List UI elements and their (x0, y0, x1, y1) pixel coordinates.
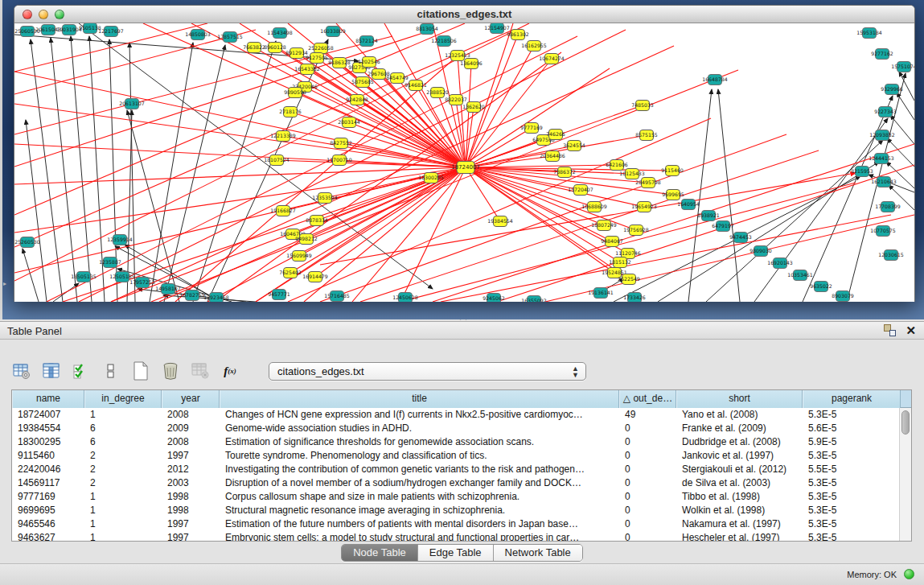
function-builder-icon[interactable]: f(x) (220, 360, 240, 381)
close-window-button[interactable] (23, 10, 32, 19)
graph-edge[interactable] (193, 41, 276, 302)
graph-node-label: 2388520 (426, 89, 449, 95)
table-row[interactable]: 969969511998Structural magnetic resonanc… (12, 504, 911, 517)
close-panel-icon[interactable]: ✕ (906, 324, 916, 336)
network-canvas[interactable]: 1872400776638228960128891293425226058912… (14, 23, 914, 302)
table-row[interactable]: 1938455462009Genome-wide association stu… (12, 422, 911, 435)
tab-network-table[interactable]: Network Table (494, 545, 582, 561)
panel-collapse-arrow-icon[interactable]: ▸ (3, 280, 6, 287)
table-row[interactable]: 977716911998Corpus callosum shape and si… (12, 490, 911, 504)
table-selector-dropdown[interactable]: citations_edges.txt ▲▼ (269, 362, 586, 381)
graph-node-label: 9277162 (871, 51, 893, 56)
graph-edge[interactable] (718, 89, 740, 302)
graph-node-label: 8215953 (851, 168, 873, 174)
column-header-short[interactable]: short (676, 390, 803, 408)
window-titlebar[interactable]: citations_edges.txt (14, 6, 914, 23)
delete-rows-trash-icon[interactable] (160, 360, 181, 381)
column-header-out_de[interactable]: △ out_de… (619, 390, 676, 408)
zoom-window-button[interactable] (55, 10, 64, 19)
table-cell: Tourette syndrome. Phenomenology and cla… (220, 449, 619, 463)
table-vertical-scrollbar[interactable] (899, 408, 911, 542)
table-cell: Jankovic et al. (1997) (676, 449, 803, 463)
graph-edge[interactable] (295, 93, 466, 167)
graph-node-label: 16920143 (767, 260, 793, 266)
table-cell: 1 (84, 408, 162, 422)
table-cell: 0 (619, 422, 676, 435)
graph-node-label: 11543498 (267, 30, 293, 35)
graph-node-label: 16782759 (179, 292, 205, 298)
graph-node-label: 12218506 (431, 38, 457, 43)
table-row[interactable]: 1872400712008Changes of HCN gene express… (12, 408, 911, 422)
graph-edge[interactable] (51, 38, 77, 302)
graph-edge[interactable] (754, 118, 888, 302)
table-cell: 1 (84, 490, 162, 504)
graph-edge[interactable] (887, 138, 914, 167)
column-header-title[interactable]: title (220, 390, 619, 408)
table-cell: 9115460 (12, 449, 84, 463)
graph-node-label: 9809030 (749, 248, 772, 253)
graph-edge[interactable] (466, 165, 617, 167)
table-cell: Genome-wide association studies in ADHD. (220, 422, 619, 435)
graph-edge[interactable] (897, 93, 914, 120)
table-cell: 2 (84, 449, 162, 463)
table-cell: 5.3E-5 (803, 476, 901, 490)
table-cell: 1 (84, 517, 162, 531)
table-cell: 1 (84, 531, 162, 542)
table-row[interactable]: 911546021997Tourette syndrome. Phenomeno… (12, 449, 911, 463)
column-header-in_degree[interactable]: in_degree (84, 390, 162, 408)
graph-node-label: 20613107 (119, 101, 145, 106)
graph-edge[interactable] (299, 167, 466, 256)
graph-node-label: 19031904 (56, 27, 82, 32)
float-panel-icon[interactable] (884, 324, 896, 336)
memory-status-indicator-icon[interactable] (904, 569, 914, 579)
graph-node-label: 12213389 (270, 133, 296, 138)
graph-edge[interactable] (890, 115, 914, 144)
graph-node-label: 25260530 (14, 239, 40, 245)
table-cell: 0 (619, 517, 676, 531)
graph-edge[interactable] (164, 45, 225, 302)
graph-node-label: 15953184 (856, 30, 882, 35)
table-options-icon[interactable] (11, 360, 32, 381)
tab-edge-table[interactable]: Edge Table (418, 545, 494, 561)
scrollbar-thumb[interactable] (901, 410, 910, 435)
minimize-window-button[interactable] (39, 10, 48, 19)
table-cell: Embryonic stem cells: a model to study s… (220, 531, 619, 542)
table-cell: 5.3E-5 (803, 490, 901, 504)
graph-node-label: 10770575 (870, 228, 896, 233)
graph-edge[interactable] (466, 35, 518, 167)
table-row[interactable]: 1456911722003Disruption of a novel membe… (12, 476, 911, 490)
graph-node-label: 9242848 (346, 97, 368, 102)
table-row[interactable]: 2242004622012Investigating the contribut… (12, 463, 911, 476)
graph-edge[interactable] (466, 167, 500, 221)
graph-node-label: 8938921 (697, 212, 720, 218)
table-cell: 1 (84, 504, 162, 517)
network-view-window[interactable]: citations_edges.txt 18724007766382289601… (14, 5, 915, 302)
table-cell: 0 (619, 504, 676, 517)
citation-network-graph[interactable]: 1872400776638228960128891293425226058912… (14, 23, 914, 302)
table-row[interactable]: 946362711997Embryonic stem cells: a mode… (12, 531, 911, 542)
graph-edge[interactable] (658, 162, 879, 302)
graph-node-label: 12450628 (392, 295, 418, 300)
table-row[interactable]: 1830029562008Estimation of significance … (12, 435, 911, 449)
graph-edge[interactable] (466, 59, 552, 167)
graph-node-label: 9890598 (284, 89, 306, 95)
new-table-icon[interactable] (130, 360, 151, 381)
column-header-name[interactable]: name (12, 390, 84, 408)
graph-edge[interactable] (14, 104, 466, 167)
show-column-icon[interactable] (41, 360, 62, 381)
table-cell: 6 (84, 435, 162, 449)
tab-node-table[interactable]: Node Table (342, 545, 418, 561)
column-header-year[interactable]: year (162, 390, 220, 408)
table-row[interactable]: 946554611997Estimation of the future num… (12, 517, 911, 531)
graph-node-label: 18724007 (451, 164, 480, 171)
graph-node-label: 6421606 (606, 162, 628, 167)
graph-node-label: 17708399 (875, 204, 901, 209)
select-columns-icon[interactable] (71, 360, 92, 381)
graph-edge[interactable] (847, 73, 906, 302)
table-cell: 5.6E-5 (803, 422, 901, 435)
graph-node-label: 14850803 (185, 31, 211, 37)
graph-node-label: 19136141 (588, 290, 614, 295)
column-header-pagerank[interactable]: pagerank (803, 390, 901, 408)
row-height-icon[interactable] (101, 360, 121, 381)
graph-edge[interactable] (283, 167, 466, 211)
